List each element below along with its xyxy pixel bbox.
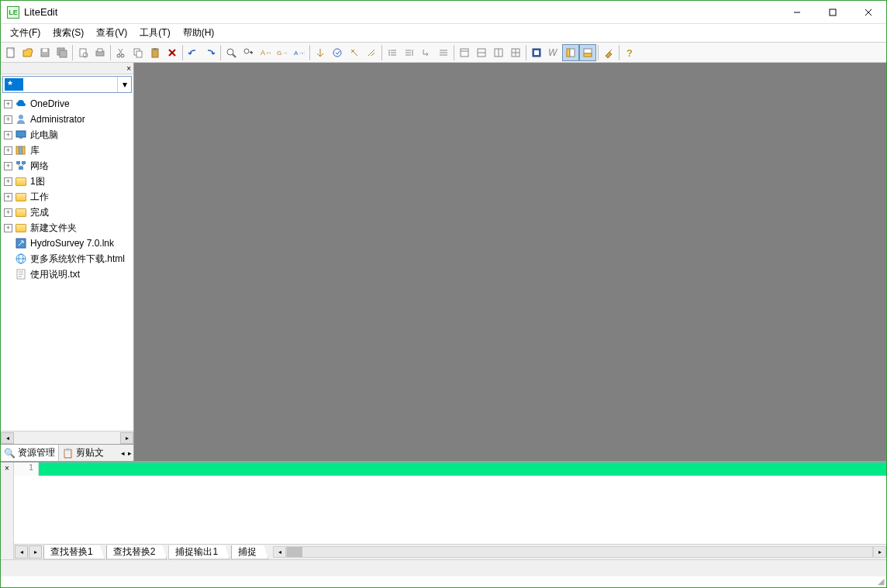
- bottom-tab-find1[interactable]: 查找替换1: [43, 545, 105, 559]
- expander-icon[interactable]: +: [4, 177, 12, 186]
- bottom-tab-capture[interactable]: 捕捉: [231, 545, 268, 559]
- replace-icon[interactable]: A↔B: [257, 44, 274, 61]
- resize-grip[interactable]: ◢: [1, 576, 886, 587]
- drive-selector[interactable]: ▾: [2, 76, 132, 93]
- options-icon[interactable]: [600, 44, 617, 61]
- tab-prev-icon[interactable]: ◂: [119, 449, 126, 457]
- indent-right-icon[interactable]: [401, 44, 418, 61]
- expander-icon[interactable]: +: [4, 100, 12, 108]
- expander-icon[interactable]: +: [4, 131, 12, 139]
- copy-icon[interactable]: [129, 44, 147, 61]
- tree-node[interactable]: +工作: [1, 189, 133, 205]
- undo-icon[interactable]: [185, 44, 202, 61]
- sidebar-close-icon[interactable]: ×: [1, 63, 133, 74]
- save-all-icon[interactable]: [53, 44, 71, 61]
- menu-file[interactable]: 文件(F): [4, 24, 47, 42]
- tree-node[interactable]: +新建文件夹: [1, 220, 133, 236]
- menu-help[interactable]: 帮助(H): [177, 24, 221, 42]
- toggle-output-icon[interactable]: [579, 44, 596, 61]
- scroll-track[interactable]: [286, 546, 873, 558]
- menu-view[interactable]: 查看(V): [90, 24, 133, 42]
- redo-icon[interactable]: [202, 44, 219, 61]
- minimize-button[interactable]: [779, 1, 815, 24]
- tree-node[interactable]: +OneDrive: [1, 96, 133, 112]
- tree-node[interactable]: +Administrator: [1, 112, 133, 127]
- layout1-icon[interactable]: [456, 44, 473, 61]
- view1-icon[interactable]: [528, 44, 545, 61]
- toggle-sidebar-icon[interactable]: [562, 44, 579, 61]
- indent-left-icon[interactable]: [384, 44, 401, 61]
- print-preview-icon[interactable]: [74, 44, 91, 61]
- tree-node[interactable]: +完成: [1, 205, 133, 220]
- output-content: 1 ◂ ▸ 查找替换1 查找替换2 捕捉输出1 捕捉 ◂: [14, 462, 886, 559]
- tab-scroll-left-icon[interactable]: ◂: [15, 545, 28, 559]
- tree-node[interactable]: +库: [1, 143, 133, 158]
- layout2-icon[interactable]: [473, 44, 490, 61]
- bottom-hscroll[interactable]: ◂ ▸: [273, 545, 886, 559]
- paste-icon[interactable]: [147, 44, 164, 61]
- paragraph-icon[interactable]: [418, 44, 435, 61]
- tab-scroll-right-icon[interactable]: ▸: [29, 545, 42, 559]
- replace-ab-icon[interactable]: A→B: [291, 44, 308, 61]
- scroll-left-icon[interactable]: ◂: [273, 546, 286, 558]
- menu-search[interactable]: 搜索(S): [47, 24, 90, 42]
- tree-node[interactable]: +此电脑: [1, 127, 133, 143]
- tab-next-icon[interactable]: ▸: [126, 449, 133, 457]
- scroll-left-icon[interactable]: ◂: [1, 432, 14, 444]
- output-line-highlight[interactable]: [39, 462, 886, 476]
- delete-icon[interactable]: [164, 44, 181, 61]
- menu-tools[interactable]: 工具(T): [133, 24, 176, 42]
- tree-node[interactable]: HydroSurvey 7.0.lnk: [1, 236, 133, 251]
- view2-icon[interactable]: W: [545, 44, 562, 61]
- chevron-down-icon[interactable]: ▾: [117, 77, 131, 92]
- scroll-right-icon[interactable]: ▸: [873, 546, 886, 558]
- layout3-icon[interactable]: [490, 44, 507, 61]
- expander-icon[interactable]: +: [4, 146, 12, 155]
- scroll-right-icon[interactable]: ▸: [120, 432, 133, 444]
- tool2-icon[interactable]: [329, 44, 346, 61]
- layout4-icon[interactable]: [507, 44, 524, 61]
- scroll-thumb[interactable]: [287, 547, 302, 557]
- bottom-tab-capture1[interactable]: 捕捉输出1: [168, 545, 230, 559]
- expander-icon[interactable]: +: [4, 193, 12, 201]
- open-file-icon[interactable]: [19, 44, 36, 61]
- help-icon[interactable]: ?: [621, 44, 638, 61]
- tool3-icon[interactable]: [346, 44, 363, 61]
- tree-node[interactable]: +网络: [1, 158, 133, 174]
- separator: [110, 45, 111, 60]
- tool1-icon[interactable]: [312, 44, 329, 61]
- print-icon[interactable]: [91, 44, 109, 61]
- tree-node[interactable]: +1图: [1, 174, 133, 189]
- tree-node[interactable]: 更多系统软件下载.html: [1, 251, 133, 266]
- expander-icon[interactable]: +: [4, 224, 12, 232]
- save-icon[interactable]: [36, 44, 53, 61]
- expander-icon[interactable]: +: [4, 162, 12, 170]
- close-button[interactable]: [851, 1, 886, 24]
- panel-close-icon[interactable]: ×: [1, 462, 14, 559]
- find-next-icon[interactable]: [240, 44, 257, 61]
- tree-node[interactable]: 使用说明.txt: [1, 266, 133, 282]
- svg-rect-60: [19, 146, 22, 154]
- goto-icon[interactable]: G→: [274, 44, 291, 61]
- separator: [72, 45, 73, 60]
- output-empty[interactable]: [14, 476, 886, 544]
- svg-point-56: [19, 115, 23, 119]
- expander-icon: [4, 270, 12, 279]
- folder-icon: [15, 222, 27, 234]
- lines-icon[interactable]: [435, 44, 452, 61]
- expander-icon[interactable]: +: [4, 115, 12, 124]
- scroll-track[interactable]: [14, 432, 120, 444]
- sidebar-tab-explorer[interactable]: 🔍 资源管理: [1, 445, 59, 462]
- find-icon[interactable]: [223, 44, 240, 61]
- sidebar-hscroll[interactable]: ◂ ▸: [1, 431, 133, 444]
- svg-rect-64: [19, 167, 23, 170]
- new-file-icon[interactable]: [2, 44, 19, 61]
- bottom-tab-find2[interactable]: 查找替换2: [106, 545, 167, 559]
- tool4-icon[interactable]: [363, 44, 380, 61]
- cut-icon[interactable]: [112, 44, 129, 61]
- sidebar-tab-clipboard[interactable]: 📋 剪贴文: [59, 445, 107, 462]
- maximize-button[interactable]: [815, 1, 851, 24]
- expander-icon[interactable]: +: [4, 208, 12, 217]
- editor-area[interactable]: [134, 63, 886, 461]
- tree-node-label: 完成: [30, 206, 49, 219]
